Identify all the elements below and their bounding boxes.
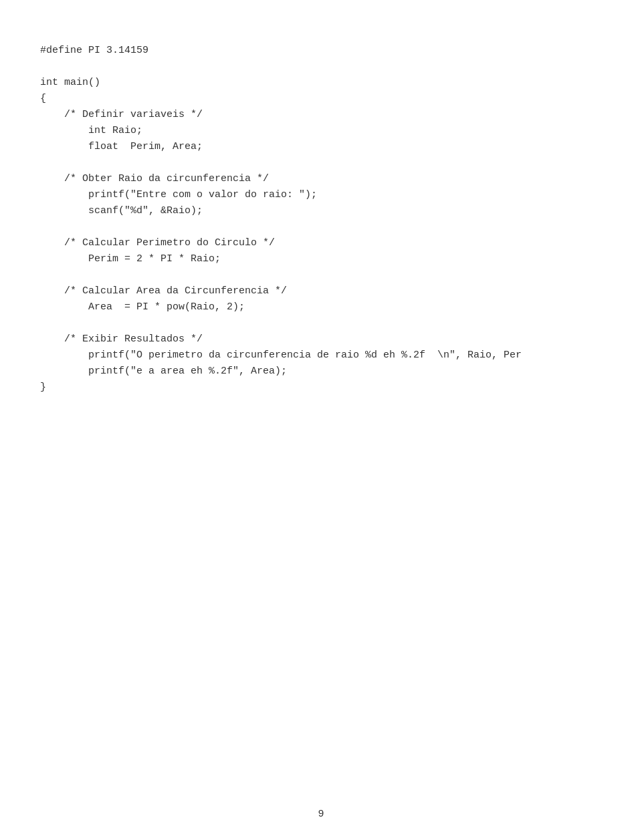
page-number: 9 [318, 809, 324, 820]
code-line: /* Definir variaveis */ [40, 107, 602, 123]
code-line: printf("e a area eh %.2f", Area); [40, 364, 602, 380]
code-block: #define PI 3.14159 int main(){ /* Defini… [0, 0, 642, 449]
code-line: Perim = 2 * PI * Raio; [40, 251, 602, 267]
code-line: int main() [40, 75, 602, 91]
code-line: { [40, 91, 602, 107]
code-line: /* Calcular Perimetro do Circulo */ [40, 235, 602, 251]
code-line: scanf("%d", &Raio); [40, 203, 602, 219]
code-line [40, 267, 602, 283]
code-line [40, 219, 602, 235]
code-line [40, 155, 602, 171]
code-line: printf("Entre com o valor do raio: "); [40, 187, 602, 203]
code-line [40, 315, 602, 331]
code-line: } [40, 380, 602, 396]
code-line: Area = PI * pow(Raio, 2); [40, 299, 602, 315]
code-line: #define PI 3.14159 [40, 43, 602, 59]
code-line [40, 59, 602, 75]
code-line: /* Calcular Area da Circunferencia */ [40, 283, 602, 299]
code-line: int Raio; [40, 123, 602, 139]
code-line: /* Obter Raio da circunferencia */ [40, 171, 602, 187]
code-line: /* Exibir Resultados */ [40, 331, 602, 347]
code-line: printf("O perimetro da circunferencia de… [40, 347, 602, 364]
code-line: float Perim, Area; [40, 139, 602, 155]
